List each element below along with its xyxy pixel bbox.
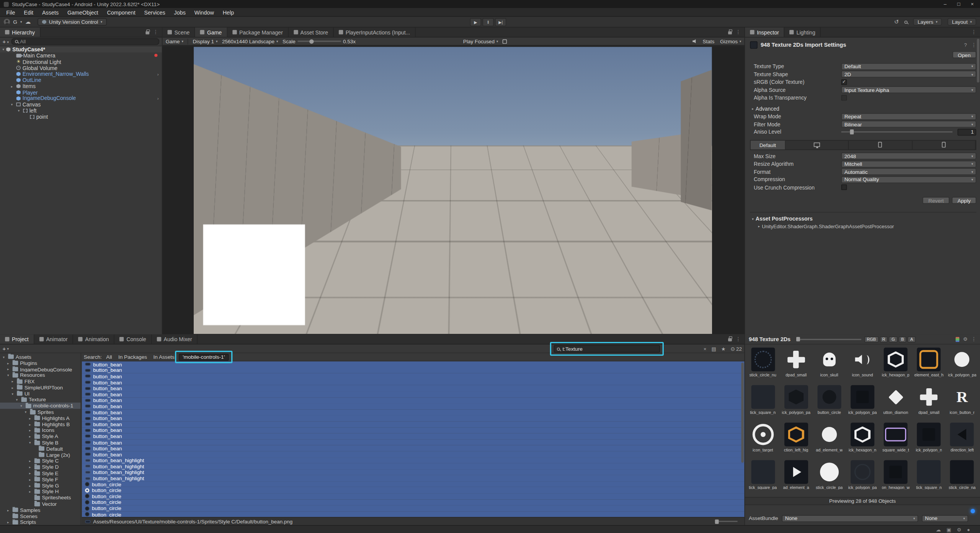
foldout-collapsed-icon[interactable]: ▸ [756,224,762,228]
project-folder-plugins[interactable]: ▸Plugins [0,360,81,366]
preview-item-icon-sound[interactable]: icon_sound [846,346,879,383]
foldout-expanded-icon[interactable]: ▾ [15,398,20,402]
file-list-scrollbar[interactable] [741,363,744,463]
preview-item-tick-square-n[interactable]: tick_square_n [912,458,946,496]
wrap-mode-dropdown[interactable]: Repeat▾ [841,113,977,120]
max-size-dropdown[interactable]: 2048▾ [841,153,977,160]
platform-tab-android[interactable] [849,141,912,149]
minimize-button[interactable]: – [944,1,946,7]
preview-item-stick-circle-nu[interactable]: stick_circle_nu [746,346,779,383]
hierarchy-item-main-camera[interactable]: Main Camera [0,52,162,59]
undo-history-icon[interactable]: ↺ [894,19,899,25]
menu-jobs[interactable]: Jobs [170,9,190,15]
texture-type-dropdown[interactable]: Default▾ [841,63,977,70]
project-folder-spritesheets[interactable]: Spritesheets [0,495,81,501]
project-file-button-bean[interactable]: button_bean [82,427,745,433]
platform-tab-ios[interactable] [912,141,976,149]
kebab-menu-icon[interactable]: ⋮ [971,42,976,48]
use-crunch-compression-checkbox[interactable] [841,185,847,190]
hidden-count-toggle[interactable]: ⊙ 22 [731,346,742,352]
hierarchy-item-items[interactable]: ▸Items [0,83,162,89]
project-file-button-bean[interactable]: button_bean [82,385,745,391]
project-file-button-circle[interactable]: button_circle [82,481,745,487]
scope-all[interactable]: All [106,354,112,360]
project-search-input[interactable]: t:Texture [554,345,660,353]
account-initial[interactable]: G [13,19,17,25]
preview-item-ick-hexagon-p[interactable]: ick_hexagon_p [879,346,912,383]
assetbundle-dropdown[interactable]: None ▾ [782,515,918,522]
color-swatch-icon[interactable] [956,337,959,342]
project-folder-style-e[interactable]: ▸Style E [0,470,81,476]
prefab-chevron-icon[interactable]: › [157,96,159,100]
foldout-expanded-icon[interactable]: ▾ [10,392,15,396]
project-folder-large-2x[interactable]: Large (2x) [0,452,81,458]
settings-gear-icon[interactable]: ⚙ [957,527,962,533]
slider-thumb[interactable] [850,129,854,134]
foldout-collapsed-icon[interactable]: ▸ [28,477,33,481]
project-folder-vector[interactable]: Vector [0,501,81,507]
menu-assets[interactable]: Assets [38,9,63,15]
project-folder-samples[interactable]: ▸Samples [0,507,81,513]
project-folder-icons[interactable]: ▸Icons [0,427,81,433]
foldout-collapsed-icon[interactable]: ▸ [28,471,33,475]
aniso-level-value[interactable]: 1 [957,129,976,136]
project-folder-style-c[interactable]: ▸Style C [0,458,81,464]
compression-dropdown[interactable]: Normal Quality▾ [841,176,977,183]
step-button[interactable]: ▶| [495,18,506,26]
tab-inspector[interactable]: Inspector [745,28,784,37]
foldout-collapsed-icon[interactable]: ▸ [10,379,15,383]
tab-hierarchy[interactable]: Hierarchy [0,28,41,37]
project-folder-mobile-controls-1[interactable]: ▾mobile-controls-1 [0,403,81,409]
cloud-icon[interactable]: ☁ [25,19,31,25]
kebab-menu-icon[interactable]: ⋮ [153,29,158,35]
game-render[interactable] [194,47,712,334]
preview-item-ick-polygon-pa[interactable]: ick_polygon_pa [779,383,813,421]
foldout-expanded-icon[interactable]: ▾ [1,355,6,359]
project-file-button-bean-highlight[interactable]: button_bean_highlight [82,463,745,469]
format-dropdown[interactable]: Automatic▾ [841,168,977,175]
menu-window[interactable]: Window [190,9,218,15]
hierarchy-item-ingamedebugconsole[interactable]: IngameDebugConsole› [0,95,162,101]
project-file-button-bean[interactable]: button_bean [82,415,745,422]
alpha-is-transparency-checkbox[interactable] [841,95,847,101]
texture-shape-dropdown[interactable]: 2D▾ [841,71,977,78]
foldout-collapsed-icon[interactable]: ▸ [6,367,11,371]
project-folder-simpleurptoon[interactable]: ▸SimpleURPToon [0,384,81,391]
foldout-expanded-icon[interactable]: ▾ [9,103,14,106]
preview-item-on-hexagon-w[interactable]: on_hexagon_w [879,458,912,496]
foldout-collapsed-icon[interactable]: ▸ [9,84,14,88]
foldout-collapsed-icon[interactable]: ▸ [28,490,33,494]
settings-gear-icon[interactable]: ⚙ [963,336,968,342]
hierarchy-search-input[interactable]: All [11,38,159,45]
channel-rgb-button[interactable]: RGB [864,336,879,342]
hierarchy-item-player[interactable]: Player [0,89,162,95]
tab-project[interactable]: Project [0,334,34,343]
project-file-button-bean[interactable]: button_bean [82,439,745,445]
project-file-button-circle[interactable]: button_circle [82,505,745,512]
cloud-status-icon[interactable]: ☁ [936,527,941,533]
render-target-dropdown[interactable]: Game ▾ [166,38,183,44]
foldout-collapsed-icon[interactable]: ▸ [6,508,11,512]
menu-edit[interactable]: Edit [20,9,38,15]
project-file-button-bean[interactable]: button_bean [82,421,745,427]
preview-item-ick-polygon-pa[interactable]: ick_polygon_pa [846,458,879,496]
cache-status-icon[interactable]: ▣ [947,527,951,533]
fullscreen-icon[interactable] [503,39,507,43]
menu-component[interactable]: Component [103,9,140,15]
project-file-button-bean[interactable]: button_bean [82,367,745,373]
platform-tab-default[interactable]: Default [751,141,786,149]
create-asset-button[interactable]: +▾ [3,345,9,352]
project-file-button-bean[interactable]: button_bean [82,451,745,458]
stats-button[interactable]: Stats [702,38,714,44]
search-icon[interactable] [905,20,908,23]
inspector-scrollbar[interactable] [977,39,980,82]
hierarchy-item-canvas[interactable]: ▾Canvas [0,101,162,108]
hierarchy-item-outline[interactable]: OutLine [0,77,162,83]
alpha-source-dropdown[interactable]: Input Texture Alpha▾ [841,87,977,93]
preview-item-dpad-small[interactable]: dpad_small [779,346,813,383]
platform-tab-standalone[interactable] [786,141,849,149]
project-file-button-bean[interactable]: button_bean [82,403,745,409]
menu-services[interactable]: Services [140,9,170,15]
project-folder-style-g[interactable]: ▸Style G [0,482,81,489]
foldout-collapsed-icon[interactable]: ▸ [6,361,11,365]
